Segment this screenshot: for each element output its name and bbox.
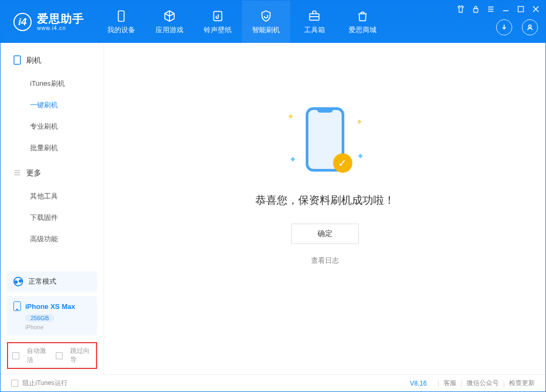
device-capacity: 256GB	[25, 314, 54, 322]
svg-rect-6	[14, 56, 20, 64]
app-header: i4 爱思助手 www.i4.cn 我的设备 应用游戏 铃声壁纸 智能刷机 工具…	[1, 1, 545, 43]
device-card[interactable]: iPhone XS Max 256GB iPhone	[7, 296, 97, 336]
tab-label: 工具箱	[304, 25, 325, 35]
tab-my-device[interactable]: 我的设备	[97, 1, 145, 43]
mode-icon	[13, 277, 23, 286]
svg-rect-3	[474, 9, 478, 12]
link-customer-service[interactable]: 客服	[444, 379, 456, 388]
checkbox-auto-activate[interactable]	[12, 352, 19, 359]
logo-icon: i4	[13, 13, 32, 31]
footer: 阻止iTunes运行 V8.16 | 客服 | 微信公众号 | 检查更新	[1, 374, 545, 391]
tab-apps-games[interactable]: 应用游戏	[145, 1, 194, 43]
tab-smart-flash[interactable]: 智能刷机	[242, 1, 290, 43]
section-title: 更多	[26, 168, 41, 178]
divider: |	[461, 380, 462, 387]
device-icon	[13, 55, 21, 66]
minimize-icon[interactable]	[501, 5, 510, 13]
check-badge-icon: ✓	[333, 153, 352, 173]
toolbox-icon	[307, 9, 321, 23]
close-icon[interactable]	[532, 5, 540, 13]
checkbox-skip-wizard[interactable]	[56, 352, 63, 359]
divider: |	[503, 380, 505, 387]
music-note-icon	[211, 9, 225, 23]
logo-title: 爱思助手	[37, 12, 84, 25]
sidebar-item-other-tools[interactable]: 其他工具	[1, 186, 104, 207]
tab-label: 智能刷机	[252, 25, 280, 35]
mode-card[interactable]: 正常模式	[7, 271, 97, 292]
label-skip-wizard: 跳过向导	[70, 346, 92, 365]
version-label: V8.16	[410, 380, 426, 387]
sidebar-item-one-click-flash[interactable]: 一键刷机	[1, 94, 104, 116]
sidebar-item-pro-flash[interactable]: 专业刷机	[1, 116, 104, 137]
tab-label: 应用游戏	[156, 25, 183, 35]
link-wechat[interactable]: 微信公众号	[467, 379, 499, 388]
logo-text: 爱思助手 www.i4.cn	[37, 12, 84, 31]
label-auto-activate: 自动激活	[27, 346, 48, 365]
maximize-icon[interactable]	[517, 5, 525, 13]
label-block-itunes: 阻止iTunes运行	[23, 379, 68, 388]
sidebar: 刷机 iTunes刷机 一键刷机 专业刷机 批量刷机 更多 其他工具 下载固件 …	[1, 43, 104, 374]
mode-label: 正常模式	[28, 277, 56, 286]
divider: |	[438, 380, 439, 387]
svg-rect-4	[518, 6, 523, 12]
device-type: iPhone	[25, 324, 91, 330]
download-button[interactable]	[496, 19, 512, 35]
main-tabs: 我的设备 应用游戏 铃声壁纸 智能刷机 工具箱 爱思商城	[97, 1, 387, 43]
footer-right: V8.16 | 客服 | 微信公众号 | 检查更新	[410, 379, 535, 388]
sidebar-item-itunes-flash[interactable]: iTunes刷机	[1, 73, 104, 94]
shopping-bag-icon	[356, 9, 370, 23]
sparkle-icon	[288, 114, 292, 119]
sidebar-item-batch-flash[interactable]: 批量刷机	[1, 137, 104, 159]
sparkle-icon	[290, 157, 294, 161]
success-illustration: ✓	[279, 102, 371, 182]
svg-point-5	[529, 25, 532, 28]
sidebar-section-flash: 刷机	[1, 51, 104, 73]
user-button[interactable]	[522, 19, 538, 35]
svg-rect-1	[213, 11, 222, 20]
menu-icon[interactable]	[486, 5, 495, 13]
link-check-update[interactable]: 检查更新	[509, 379, 535, 388]
shield-refresh-icon	[259, 9, 273, 23]
view-log-link[interactable]: 查看日志	[311, 256, 339, 265]
sidebar-item-advanced[interactable]: 高级功能	[1, 228, 104, 250]
svg-rect-0	[119, 11, 124, 21]
window-controls-bottom	[496, 19, 538, 35]
device-name-row: iPhone XS Max	[13, 301, 91, 311]
tab-label: 爱思商城	[349, 25, 377, 35]
tab-ringtones-wallpapers[interactable]: 铃声壁纸	[194, 1, 242, 43]
window-controls-top	[456, 5, 540, 13]
cube-icon	[163, 9, 176, 23]
sparkle-icon	[358, 154, 362, 158]
app-body: 刷机 iTunes刷机 一键刷机 专业刷机 批量刷机 更多 其他工具 下载固件 …	[1, 43, 545, 374]
sidebar-nav: 刷机 iTunes刷机 一键刷机 专业刷机 批量刷机 更多 其他工具 下载固件 …	[1, 43, 104, 271]
phone-icon	[13, 301, 21, 311]
options-row-highlighted: 自动激活 跳过向导	[7, 342, 97, 369]
tab-toolbox[interactable]: 工具箱	[290, 1, 338, 43]
sidebar-item-download-firmware[interactable]: 下载固件	[1, 207, 104, 228]
logo-subtitle: www.i4.cn	[37, 25, 84, 31]
logo: i4 爱思助手 www.i4.cn	[1, 1, 97, 43]
section-title: 刷机	[26, 56, 41, 65]
device-name: iPhone XS Max	[25, 302, 75, 310]
tab-store[interactable]: 爱思商城	[338, 1, 387, 43]
tab-label: 我的设备	[107, 25, 135, 35]
ok-button[interactable]: 确定	[291, 224, 359, 244]
sidebar-section-more: 更多	[1, 164, 104, 186]
checkbox-block-itunes[interactable]	[11, 380, 18, 387]
sparkle-icon	[357, 120, 361, 124]
tab-label: 铃声壁纸	[204, 25, 232, 35]
success-message: 恭喜您，保资料刷机成功啦！	[255, 193, 395, 208]
phone-icon	[114, 9, 128, 23]
list-icon	[13, 169, 21, 178]
main-content: ✓ 恭喜您，保资料刷机成功啦！ 确定 查看日志	[104, 43, 545, 374]
lock-icon[interactable]	[471, 5, 480, 13]
tshirt-icon[interactable]	[456, 5, 465, 13]
footer-left: 阻止iTunes运行	[11, 379, 410, 388]
